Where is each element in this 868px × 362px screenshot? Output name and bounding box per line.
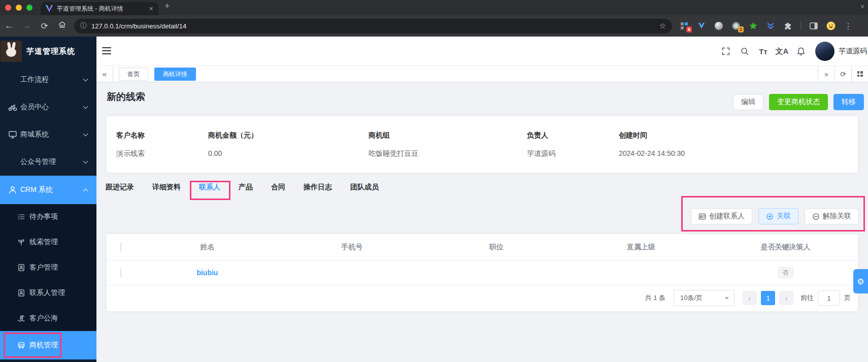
back-icon[interactable]: ← xyxy=(0,21,18,31)
page-actions: 编辑 变更商机状态 转移 xyxy=(733,94,864,110)
sidebar-item-pool[interactable]: 客户公海 xyxy=(0,306,96,331)
prev-page-button[interactable]: ‹ xyxy=(743,291,757,305)
create-contact-button[interactable]: 创建联系人 xyxy=(691,208,752,224)
sidebar-item-mall[interactable]: 商城系统 xyxy=(0,121,96,148)
column-header[interactable]: 职位 xyxy=(424,243,569,252)
new-tab-button[interactable]: + xyxy=(164,1,170,12)
tab-detail-info[interactable]: 详细资料 xyxy=(152,183,181,192)
contacts-table-card: 姓名 手机号 职位 直属上级 是否关键决策人 biubiu 否 共 1 条 10… xyxy=(107,234,858,311)
table-header-row: 姓名 手机号 职位 直属上级 是否关键决策人 xyxy=(107,234,858,260)
extension-vue-icon[interactable] xyxy=(697,21,706,30)
username-label[interactable]: 芋道源码 xyxy=(839,47,867,56)
sidebar-item-clue[interactable]: 线索管理 xyxy=(0,229,96,255)
extension-grid-icon[interactable]: 6 xyxy=(680,21,689,30)
reload-icon[interactable]: ⟳ xyxy=(36,21,53,31)
extension-sphere-icon[interactable] xyxy=(714,21,723,30)
browser-tab[interactable]: 芋道管理系统 - 商机详情 × xyxy=(41,2,158,15)
extension-star-icon[interactable] xyxy=(749,21,758,30)
tab-follow-record[interactable]: 跟进记录 xyxy=(106,183,134,192)
page-size-value: 10条/页 xyxy=(680,293,703,303)
contact-book-icon xyxy=(17,289,25,297)
column-header[interactable]: 姓名 xyxy=(135,243,280,252)
chevron-down-icon xyxy=(83,77,88,82)
sidebar-item-todo[interactable]: 待办事项 xyxy=(0,204,96,229)
sidebar-item-wechat[interactable]: 公众号管理 xyxy=(0,148,96,176)
bookmark-star-icon[interactable]: ☆ xyxy=(659,21,666,30)
window-close-button[interactable] xyxy=(5,5,11,11)
forward-icon[interactable]: → xyxy=(18,21,36,31)
url-text[interactable]: 127.0.0.1/crm/business/detail/14 xyxy=(91,22,655,30)
column-header[interactable]: 是否关键决策人 xyxy=(713,243,858,252)
field-label: 负责人 xyxy=(527,131,619,140)
unlink-button[interactable]: 解除关联 xyxy=(805,208,859,224)
language-icon[interactable]: 文A xyxy=(773,47,791,56)
select-all-checkbox[interactable] xyxy=(120,243,121,252)
sidebar-item-business[interactable]: 商机管理 xyxy=(0,331,96,359)
key-decision-badge: 否 xyxy=(778,267,793,278)
info-field: 创建时间 2024-02-24 14:50:30 xyxy=(619,131,858,158)
sidebar-item-label: 待办事项 xyxy=(29,212,58,221)
address-bar[interactable]: ⓘ 127.0.0.1/crm/business/detail/14 ☆ xyxy=(74,19,672,34)
notification-bell-icon[interactable] xyxy=(791,47,810,56)
official-account-icon xyxy=(8,157,17,167)
next-page-button[interactable]: › xyxy=(779,291,793,305)
extension-area: 6 2 xyxy=(680,21,853,30)
extensions-puzzle-icon[interactable] xyxy=(783,21,792,30)
current-page-button[interactable]: 1 xyxy=(761,291,775,305)
seedling-icon xyxy=(17,238,25,246)
user-avatar[interactable] xyxy=(815,42,834,61)
tag-home[interactable]: 首页 xyxy=(119,68,148,81)
sidebar-item-member[interactable]: 会员中心 xyxy=(0,93,96,121)
profile-avatar[interactable] xyxy=(826,21,836,30)
app-title: 芋道管理系统 xyxy=(26,47,75,56)
window-maximize-button[interactable] xyxy=(26,5,32,11)
edit-button[interactable]: 编辑 xyxy=(733,94,763,110)
search-icon[interactable] xyxy=(735,47,754,56)
tags-scroll-right-icon[interactable]: » xyxy=(818,66,834,82)
fullscreen-icon[interactable] xyxy=(716,47,735,56)
home-icon[interactable] xyxy=(53,20,71,31)
sidebar-item-label: CRM 系统 xyxy=(20,185,53,194)
sidebar-item-contact[interactable]: 联系人管理 xyxy=(0,280,96,306)
tab-search-caret-icon[interactable]: ∨ xyxy=(860,3,864,10)
navbar-right: Tт 文A 芋道源码 xyxy=(716,37,868,66)
page-size-select[interactable]: 10条/页 xyxy=(674,290,735,306)
tab-products[interactable]: 产品 xyxy=(239,183,253,192)
extension-chevrons-icon[interactable] xyxy=(766,21,775,30)
sidebar-item-label: 客户公海 xyxy=(29,314,58,323)
sidebar-item-customer[interactable]: 客户管理 xyxy=(0,255,96,280)
window-minimize-button[interactable] xyxy=(16,5,22,11)
menu-collapse-icon[interactable] xyxy=(102,47,111,54)
gear-icon: ⚙ xyxy=(857,277,864,286)
goto-page-input[interactable] xyxy=(818,290,840,306)
settings-gear-button[interactable]: ⚙ xyxy=(853,269,868,293)
refresh-icon[interactable]: ⟳ xyxy=(834,66,851,82)
tab-operation-log[interactable]: 操作日志 xyxy=(304,183,332,192)
extension-circle-icon[interactable]: 2 xyxy=(731,21,741,30)
side-panel-icon[interactable] xyxy=(809,21,818,30)
tags-scroll-left-icon[interactable]: « xyxy=(96,66,113,82)
change-status-button[interactable]: 变更商机状态 xyxy=(769,94,828,110)
tag-business-detail[interactable]: 商机详情 xyxy=(154,68,196,81)
site-info-icon[interactable]: ⓘ xyxy=(80,21,87,30)
link-button[interactable]: 关联 xyxy=(758,208,798,224)
tab-team-members[interactable]: 团队成员 xyxy=(350,183,379,192)
browser-menu-icon[interactable]: ⋮ xyxy=(844,21,853,30)
app-navbar: Tт 文A 芋道源码 xyxy=(96,37,868,66)
font-size-icon[interactable]: Tт xyxy=(754,47,773,56)
column-header[interactable]: 直属上级 xyxy=(569,243,713,252)
tags-menu-grid-icon[interactable] xyxy=(851,66,868,82)
tab-contract[interactable]: 合同 xyxy=(271,183,285,192)
tab-close-icon[interactable]: × xyxy=(149,5,153,13)
info-field: 负责人 芋道源码 xyxy=(527,131,619,158)
sidebar-item-workflow[interactable]: 工作流程 xyxy=(0,66,96,93)
transfer-button[interactable]: 转移 xyxy=(833,94,864,110)
sidebar-item-label: 工作流程 xyxy=(20,75,49,84)
sidebar-item-crm[interactable]: CRM 系统 xyxy=(0,176,96,204)
column-header[interactable]: 手机号 xyxy=(280,243,424,252)
tab-contacts[interactable]: 联系人 xyxy=(199,183,220,192)
contact-name-link[interactable]: biubiu xyxy=(135,269,280,277)
detail-tabs: 跟进记录 详细资料 联系人 产品 合同 操作日志 团队成员 xyxy=(106,183,379,192)
app-logo-row[interactable]: 芋道管理系统 xyxy=(0,37,96,66)
row-checkbox[interactable] xyxy=(120,268,121,277)
